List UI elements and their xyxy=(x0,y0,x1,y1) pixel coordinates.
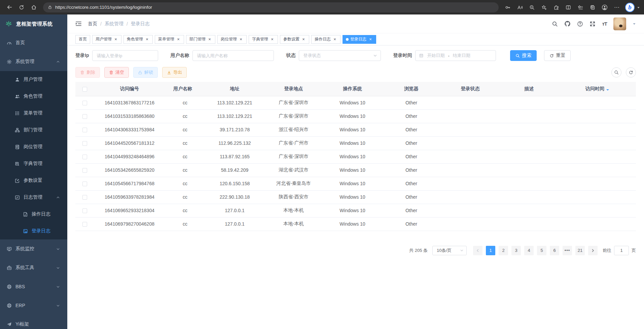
sidebar-item-role-mgmt[interactable]: 角色管理 xyxy=(0,88,67,105)
sidebar-fold-icon[interactable] xyxy=(75,21,82,27)
row-checkbox[interactable] xyxy=(82,168,87,173)
row-checkbox[interactable] xyxy=(82,222,87,227)
sidebar-item-dept-mgmt[interactable]: 部门管理 xyxy=(0,122,67,138)
sidebar-item-log-mgmt[interactable]: 日志管理 xyxy=(0,189,67,206)
close-tab-icon[interactable]: × xyxy=(270,37,275,42)
sidebar-item-user-mgmt[interactable]: 用户管理 xyxy=(0,71,67,88)
refresh-table-button[interactable] xyxy=(626,67,636,77)
row-checkbox[interactable] xyxy=(82,114,87,119)
browser-refresh-icon[interactable] xyxy=(16,2,27,13)
zoom-out-icon[interactable] xyxy=(527,2,537,12)
page-size-select[interactable]: 10条/页 xyxy=(432,246,467,255)
tab-home[interactable]: 首页 xyxy=(75,35,90,44)
tab-operation-log[interactable]: 操作日志× xyxy=(311,35,341,44)
browser-home-icon[interactable] xyxy=(28,2,39,13)
delete-button[interactable]: 删除 xyxy=(75,67,100,78)
close-tab-icon[interactable]: × xyxy=(207,37,212,42)
add-favorite-icon[interactable] xyxy=(539,2,549,12)
page-button-6[interactable]: 6 xyxy=(550,246,559,255)
tab-param-settings[interactable]: 参数设置× xyxy=(280,35,309,44)
status-select[interactable]: 登录状态 xyxy=(299,50,381,61)
breadcrumb-system[interactable]: 系统管理 xyxy=(105,21,123,27)
sidebar-item-post-mgmt[interactable]: 岗位管理 xyxy=(0,138,67,155)
tab-menu-mgmt[interactable]: 菜单管理× xyxy=(155,35,184,44)
sidebar-item-login-log[interactable]: 登录日志 xyxy=(0,223,67,239)
sidebar-item-operation-log[interactable]: 操作日志 xyxy=(0,206,67,223)
sidebar-item-erp[interactable]: ERP xyxy=(0,296,67,315)
favorites-icon[interactable] xyxy=(575,2,585,12)
more-pages-button[interactable]: ••• xyxy=(563,246,572,255)
row-checkbox[interactable] xyxy=(82,195,87,200)
sidebar-item-menu-mgmt[interactable]: 菜单管理 xyxy=(0,105,67,122)
close-tab-icon[interactable]: × xyxy=(368,37,373,42)
close-tab-icon[interactable]: × xyxy=(113,37,118,42)
more-menu-icon[interactable]: ⋯ xyxy=(612,2,622,12)
close-tab-icon[interactable]: × xyxy=(301,37,306,42)
tab-role-mgmt[interactable]: 角色管理× xyxy=(123,35,153,44)
ip-input[interactable] xyxy=(92,50,158,61)
goto-page-input[interactable] xyxy=(614,246,629,255)
extensions-icon[interactable] xyxy=(551,2,561,12)
bing-copilot-icon[interactable]: b xyxy=(625,3,635,12)
select-all-checkbox[interactable] xyxy=(82,87,87,92)
fullscreen-icon[interactable] xyxy=(589,21,596,27)
sort-caret-icon[interactable] xyxy=(606,86,609,92)
page-button-1[interactable]: 1 xyxy=(486,246,495,255)
sidebar-item-system-mgmt[interactable]: 系统管理 xyxy=(0,52,67,71)
column-header[interactable]: 用户名称 xyxy=(165,82,205,96)
close-tab-icon[interactable]: × xyxy=(239,37,243,42)
breadcrumb-home[interactable]: 首页 xyxy=(88,21,97,27)
browser-profile-icon[interactable] xyxy=(600,2,610,12)
clear-button[interactable]: 清空 xyxy=(104,67,129,78)
caret-down-icon[interactable] xyxy=(633,22,636,26)
sidebar-item-bbs[interactable]: BBS xyxy=(0,277,67,296)
header-search-icon[interactable] xyxy=(552,21,558,27)
sidebar-item-system-monitor[interactable]: 系统监控 xyxy=(0,239,67,258)
collections-icon[interactable] xyxy=(587,2,598,12)
row-checkbox[interactable] xyxy=(82,155,87,159)
address-bar[interactable]: https://ccnetcore.com:1101/system/log/lo… xyxy=(43,2,499,12)
caret-down-icon[interactable] xyxy=(637,4,640,10)
browser-back-icon[interactable] xyxy=(4,2,15,13)
sidebar-item-param-settings[interactable]: 参数设置 xyxy=(0,172,67,189)
user-name-input[interactable] xyxy=(192,50,274,61)
column-header[interactable]: 访问时间 xyxy=(559,82,636,96)
row-checkbox[interactable] xyxy=(82,141,87,146)
page-button-5[interactable]: 5 xyxy=(537,246,546,255)
prev-page-button[interactable] xyxy=(473,246,482,255)
unlock-button[interactable]: 解锁 xyxy=(133,67,158,78)
help-icon[interactable] xyxy=(577,21,583,27)
read-aloud-icon[interactable] xyxy=(515,2,525,12)
github-icon[interactable] xyxy=(564,21,571,27)
page-button-4[interactable]: 4 xyxy=(524,246,534,255)
search-button[interactable]: 搜索 xyxy=(510,50,537,61)
reset-button[interactable]: 重置 xyxy=(544,50,571,61)
next-page-button[interactable] xyxy=(588,246,598,255)
row-checkbox[interactable] xyxy=(82,182,87,186)
sidebar-item-system-tools[interactable]: 系统工具 xyxy=(0,258,67,277)
export-button[interactable]: 导出 xyxy=(162,67,187,78)
close-tab-icon[interactable]: × xyxy=(145,37,149,42)
page-button-2[interactable]: 2 xyxy=(499,246,508,255)
sort-caret-icon[interactable] xyxy=(194,86,197,92)
sidebar-item-yi-framework[interactable]: Yi框架 xyxy=(0,315,67,329)
row-checkbox[interactable] xyxy=(82,128,87,132)
page-button-21[interactable]: 21 xyxy=(575,246,585,255)
sidebar-item-dict-mgmt[interactable]: 字典管理 xyxy=(0,155,67,172)
split-screen-icon[interactable] xyxy=(563,2,573,12)
tab-login-log[interactable]: 登录日志× xyxy=(343,35,376,44)
row-checkbox[interactable] xyxy=(82,101,87,105)
tab-user-mgmt[interactable]: 用户管理× xyxy=(92,35,121,44)
close-tab-icon[interactable]: × xyxy=(176,37,181,42)
avatar[interactable] xyxy=(613,18,626,30)
sidebar-item-home[interactable]: 首页 xyxy=(0,33,67,52)
row-checkbox[interactable] xyxy=(82,208,87,213)
page-button-3[interactable]: 3 xyxy=(511,246,521,255)
tab-post-mgmt[interactable]: 岗位管理× xyxy=(217,35,247,44)
date-range-picker[interactable]: 开始日期 - 结束日期 xyxy=(415,50,496,61)
font-size-icon[interactable]: тT xyxy=(602,21,607,27)
password-key-icon[interactable] xyxy=(503,2,513,12)
search-toggle-button[interactable] xyxy=(611,67,621,77)
tab-dept-mgmt[interactable]: 部门管理× xyxy=(186,35,215,44)
tab-dict-mgmt[interactable]: 字典管理× xyxy=(249,35,278,44)
